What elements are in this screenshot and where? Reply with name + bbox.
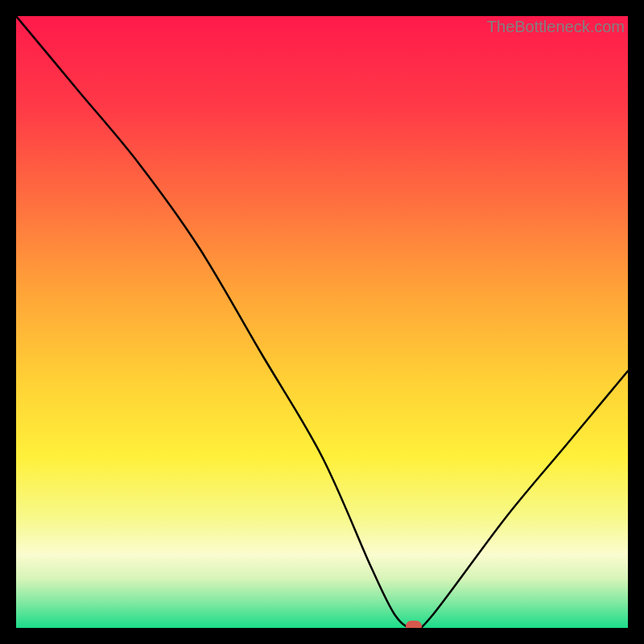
watermark-text: TheBottleneck.com <box>487 18 625 36</box>
plot-area <box>16 16 628 628</box>
gradient-background <box>16 16 628 628</box>
optimal-point-marker <box>406 621 422 628</box>
chart-container: TheBottleneck.com <box>0 0 644 644</box>
bottleneck-chart <box>16 16 628 628</box>
